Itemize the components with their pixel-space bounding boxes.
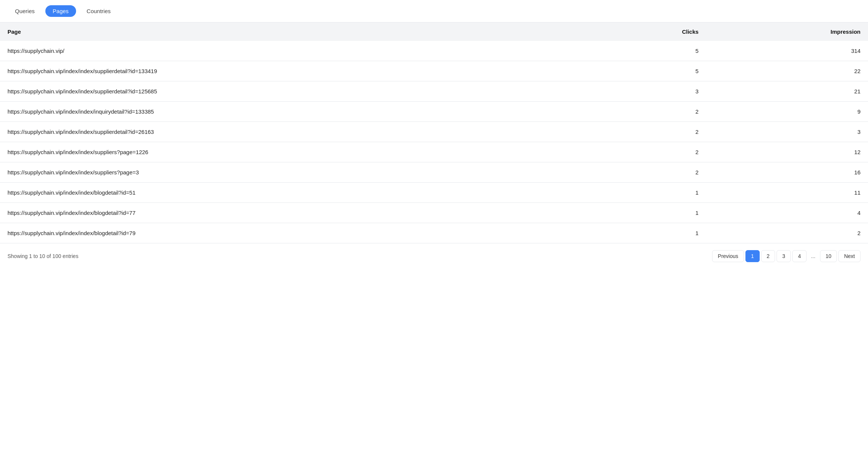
cell-clicks: 5 — [593, 41, 706, 61]
page-10-button[interactable]: 10 — [820, 250, 837, 262]
cell-page: https://supplychain.vip/index/index/blog… — [0, 183, 593, 203]
cell-impressions: 9 — [706, 102, 868, 122]
table-row: https://supplychain.vip/index/index/supp… — [0, 142, 868, 162]
tab-countries[interactable]: Countries — [79, 5, 118, 17]
pagination: Previous 1 2 3 4 ... 10 Next — [712, 250, 861, 262]
table-row: https://supplychain.vip/index/index/blog… — [0, 223, 868, 243]
cell-page: https://supplychain.vip/index/index/supp… — [0, 142, 593, 162]
pages-table-container: Page Clicks Impression https://supplycha… — [0, 22, 868, 243]
cell-impressions: 314 — [706, 41, 868, 61]
table-row: https://supplychain.vip/index/index/supp… — [0, 122, 868, 142]
cell-page: https://supplychain.vip/index/index/supp… — [0, 122, 593, 142]
cell-page: https://supplychain.vip/index/index/inqu… — [0, 102, 593, 122]
cell-clicks: 1 — [593, 183, 706, 203]
table-row: https://supplychain.vip/5314 — [0, 41, 868, 61]
col-header-clicks: Clicks — [593, 22, 706, 41]
previous-button[interactable]: Previous — [712, 250, 744, 262]
cell-clicks: 2 — [593, 162, 706, 183]
table-row: https://supplychain.vip/index/index/inqu… — [0, 102, 868, 122]
table-row: https://supplychain.vip/index/index/blog… — [0, 183, 868, 203]
cell-impressions: 11 — [706, 183, 868, 203]
showing-info: Showing 1 to 10 of 100 entries — [7, 253, 78, 259]
pages-table: Page Clicks Impression https://supplycha… — [0, 22, 868, 243]
page-1-button[interactable]: 1 — [745, 250, 760, 262]
tab-pages[interactable]: Pages — [45, 5, 76, 17]
cell-impressions: 21 — [706, 81, 868, 102]
cell-page: https://supplychain.vip/index/index/supp… — [0, 162, 593, 183]
tab-queries[interactable]: Queries — [7, 5, 42, 17]
table-row: https://supplychain.vip/index/index/blog… — [0, 203, 868, 223]
col-header-page: Page — [0, 22, 593, 41]
cell-clicks: 1 — [593, 203, 706, 223]
cell-clicks: 3 — [593, 81, 706, 102]
page-4-button[interactable]: 4 — [792, 250, 807, 262]
cell-page: https://supplychain.vip/index/index/blog… — [0, 203, 593, 223]
cell-impressions: 2 — [706, 223, 868, 243]
cell-clicks: 5 — [593, 61, 706, 81]
cell-clicks: 2 — [593, 122, 706, 142]
cell-impressions: 3 — [706, 122, 868, 142]
col-header-impressions: Impression — [706, 22, 868, 41]
cell-impressions: 22 — [706, 61, 868, 81]
cell-impressions: 4 — [706, 203, 868, 223]
pagination-ellipsis: ... — [808, 250, 819, 262]
cell-clicks: 1 — [593, 223, 706, 243]
cell-page: https://supplychain.vip/ — [0, 41, 593, 61]
cell-page: https://supplychain.vip/index/index/blog… — [0, 223, 593, 243]
cell-clicks: 2 — [593, 102, 706, 122]
table-row: https://supplychain.vip/index/index/supp… — [0, 81, 868, 102]
table-footer: Showing 1 to 10 of 100 entries Previous … — [0, 243, 868, 269]
cell-page: https://supplychain.vip/index/index/supp… — [0, 81, 593, 102]
cell-impressions: 16 — [706, 162, 868, 183]
table-header-row: Page Clicks Impression — [0, 22, 868, 41]
page-3-button[interactable]: 3 — [777, 250, 791, 262]
table-row: https://supplychain.vip/index/index/supp… — [0, 61, 868, 81]
cell-impressions: 12 — [706, 142, 868, 162]
next-button[interactable]: Next — [838, 250, 861, 262]
page-2-button[interactable]: 2 — [761, 250, 775, 262]
tab-bar: Queries Pages Countries — [0, 0, 868, 22]
cell-clicks: 2 — [593, 142, 706, 162]
table-row: https://supplychain.vip/index/index/supp… — [0, 162, 868, 183]
cell-page: https://supplychain.vip/index/index/supp… — [0, 61, 593, 81]
